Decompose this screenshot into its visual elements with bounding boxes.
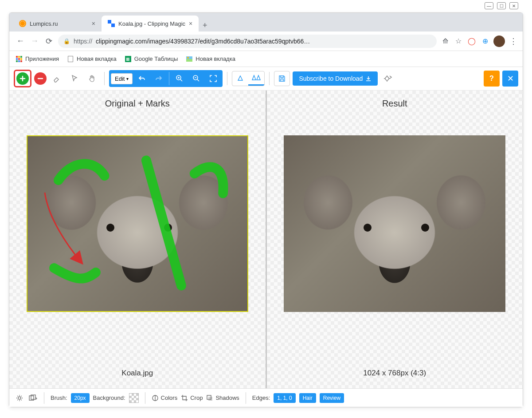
background-swatch-button[interactable] — [129, 393, 139, 403]
edges-value-button[interactable]: 1, 1, 0 — [274, 393, 295, 403]
opera-ext-icon[interactable]: ◯ — [468, 37, 476, 45]
svg-rect-8 — [208, 397, 212, 401]
edit-dropdown[interactable]: Edit ▾ — [111, 73, 133, 84]
single-view-button[interactable] — [232, 71, 248, 86]
window-maximize-button[interactable]: ☐ — [497, 2, 506, 9]
brush-size-button[interactable]: 20px — [71, 393, 90, 403]
reload-button[interactable]: ⟳ — [44, 36, 54, 46]
tab-title: Koala.jpg - Clipping Magic — [118, 20, 185, 27]
svg-point-3 — [18, 397, 21, 399]
shadows-label: Shadows — [215, 394, 239, 401]
bookmark-apps[interactable]: Приложения — [16, 55, 59, 63]
subscribe-download-button[interactable]: Subscribe to Download — [293, 71, 378, 86]
fit-button[interactable] — [205, 71, 222, 86]
bookmark-label: Новая вкладка — [77, 55, 117, 62]
fit-icon — [209, 74, 218, 83]
original-image-canvas[interactable] — [27, 135, 248, 312]
help-button[interactable]: ? — [484, 71, 500, 87]
hair-button[interactable]: Hair — [299, 393, 316, 403]
crop-button[interactable]: Crop — [181, 394, 203, 402]
window-close-button[interactable]: ✕ — [509, 2, 518, 9]
image-icon — [186, 56, 192, 62]
tab-close-button[interactable]: × — [92, 20, 95, 27]
original-panel: Original + Marks — [9, 91, 266, 388]
colors-button[interactable]: Colors — [152, 394, 178, 402]
back-button[interactable]: ← — [16, 36, 25, 46]
separator — [104, 72, 105, 85]
edit-dropdown-label: Edit — [115, 75, 125, 82]
gear-icon — [16, 394, 23, 402]
colors-icon — [152, 394, 159, 402]
tab-title: Lumpics.ru — [30, 20, 58, 27]
hand-icon — [88, 74, 97, 83]
batch-icon — [28, 394, 37, 402]
result-image-canvas[interactable] — [284, 135, 505, 312]
review-button[interactable]: Review — [320, 393, 344, 403]
eraser-icon — [52, 74, 61, 83]
close-icon: ✕ — [507, 74, 514, 83]
svg-point-2 — [385, 77, 389, 80]
globe-ext-icon[interactable]: ⊕ — [481, 37, 489, 45]
page-icon — [68, 56, 73, 62]
cursor-icon — [70, 75, 78, 83]
bookmark-newtab-2[interactable]: Новая вкладка — [186, 55, 235, 63]
tab-clippingmagic[interactable]: Koala.jpg - Clipping Magic × — [102, 16, 199, 32]
pan-button[interactable] — [85, 71, 100, 86]
keep-brush-button[interactable] — [16, 72, 29, 85]
crop-icon — [181, 394, 188, 402]
brush-label: Brush: — [51, 394, 67, 401]
tab-close-button[interactable]: × — [189, 20, 192, 27]
bookmark-newtab-1[interactable]: Новая вкладка — [67, 55, 117, 63]
editor-panels: Original + Marks — [9, 91, 523, 388]
result-panel-footer: 1024 x 768px (4:3) — [363, 358, 426, 384]
apps-icon — [16, 56, 22, 62]
bookmarks-bar: Приложения Новая вкладка ▦ Google Таблиц… — [9, 51, 523, 67]
bookmark-label: Приложения — [25, 55, 59, 62]
settings-button[interactable] — [15, 393, 24, 403]
separator — [44, 392, 44, 404]
separator — [145, 392, 145, 404]
split-view-button[interactable] — [248, 71, 264, 86]
tab-lumpics[interactable]: Lumpics.ru × — [13, 16, 102, 32]
help-icon: ? — [489, 75, 494, 83]
address-bar-row: ← → ⟳ 🔒 https://clippingmagic.com/images… — [9, 32, 523, 51]
original-panel-title: Original + Marks — [105, 91, 170, 113]
browser-menu-button[interactable]: ⋮ — [509, 36, 516, 46]
plus-icon — [20, 75, 26, 82]
translate-icon[interactable]: ⟰ — [441, 37, 449, 45]
edges-label: Edges: — [252, 394, 270, 401]
profile-avatar[interactable] — [493, 35, 505, 47]
separator — [227, 72, 227, 85]
zoom-in-button[interactable] — [171, 71, 188, 86]
batch-button[interactable] — [28, 393, 38, 403]
colors-label: Colors — [161, 394, 178, 401]
zoom-in-icon — [175, 74, 184, 83]
zoom-out-button[interactable] — [188, 71, 205, 86]
export-settings-button[interactable] — [380, 71, 395, 86]
koala-result-image — [284, 135, 505, 312]
bookmark-sheets[interactable]: ▦ Google Таблицы — [125, 55, 178, 63]
close-editor-button[interactable]: ✕ — [502, 71, 518, 87]
single-pane-icon — [237, 75, 244, 82]
remove-brush-button[interactable] — [34, 72, 47, 85]
bottom-toolbar: Brush: 20px Background: Colors Crop Shad… — [9, 388, 523, 407]
window-minimize-button[interactable]: — — [485, 2, 493, 9]
save-button[interactable] — [274, 71, 290, 86]
url-text: clippingmagic.com/images/43998327/edit/g… — [96, 38, 310, 45]
original-panel-footer: Koala.jpg — [121, 358, 153, 384]
shadows-button[interactable]: Shadows — [206, 394, 239, 402]
new-tab-button[interactable]: + — [199, 19, 211, 32]
tab-strip: Lumpics.ru × Koala.jpg - Clipping Magic … — [9, 13, 523, 32]
lumpics-favicon-icon — [19, 20, 26, 27]
forward-button[interactable]: → — [30, 36, 39, 46]
undo-button[interactable] — [133, 71, 150, 86]
eraser-button[interactable] — [49, 71, 64, 86]
result-panel: Result 1024 x 768px (4:3) — [267, 91, 523, 388]
star-icon[interactable]: ☆ — [454, 37, 462, 45]
url-bar[interactable]: 🔒 https://clippingmagic.com/images/43998… — [58, 35, 437, 48]
bookmark-label: Google Таблицы — [134, 55, 178, 62]
minus-icon — [37, 75, 43, 82]
redo-button[interactable] — [150, 71, 167, 86]
zoom-out-icon — [192, 74, 201, 83]
pointer-button[interactable] — [67, 71, 82, 86]
